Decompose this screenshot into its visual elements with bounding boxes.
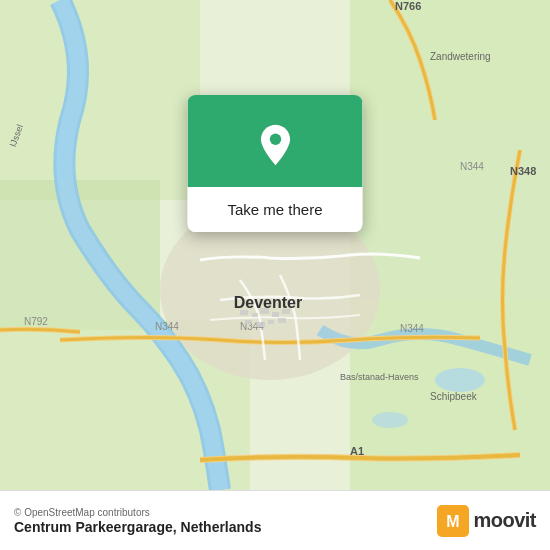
svg-rect-27 bbox=[282, 309, 290, 314]
bottom-left: © OpenStreetMap contributors Centrum Par… bbox=[14, 507, 261, 535]
svg-text:A1: A1 bbox=[350, 445, 364, 457]
svg-rect-30 bbox=[268, 320, 274, 324]
svg-rect-23 bbox=[240, 310, 248, 315]
svg-text:N344: N344 bbox=[155, 321, 179, 332]
svg-point-8 bbox=[435, 368, 485, 392]
svg-point-9 bbox=[372, 412, 408, 428]
svg-rect-25 bbox=[260, 308, 269, 314]
moovit-text: moovit bbox=[473, 509, 536, 532]
moovit-logo[interactable]: M moovit bbox=[437, 505, 536, 537]
svg-text:N344: N344 bbox=[400, 323, 424, 334]
svg-text:Schipbeek: Schipbeek bbox=[430, 391, 478, 402]
map-background: N792 N344 N344 N344 N766 N348 N344 A1 De… bbox=[0, 0, 550, 490]
svg-text:N348: N348 bbox=[510, 165, 536, 177]
svg-point-32 bbox=[269, 134, 280, 145]
popup-card: Take me there bbox=[188, 95, 363, 232]
svg-rect-29 bbox=[256, 322, 265, 327]
svg-text:N344: N344 bbox=[460, 161, 484, 172]
svg-rect-1 bbox=[0, 0, 200, 200]
copyright-text: © OpenStreetMap contributors bbox=[14, 507, 261, 518]
location-name: Centrum Parkeergarage, Netherlands bbox=[14, 519, 261, 535]
bottom-bar: © OpenStreetMap contributors Centrum Par… bbox=[0, 490, 550, 550]
svg-rect-26 bbox=[272, 312, 279, 317]
location-pin-icon bbox=[253, 123, 297, 167]
svg-text:Zandwetering: Zandwetering bbox=[430, 51, 491, 62]
svg-text:N792: N792 bbox=[24, 316, 48, 327]
map-container: N792 N344 N344 N344 N766 N348 N344 A1 De… bbox=[0, 0, 550, 490]
svg-text:Bas/stanad-Havens: Bas/stanad-Havens bbox=[340, 372, 419, 382]
popup-icon-area bbox=[188, 95, 363, 187]
svg-rect-24 bbox=[252, 313, 258, 317]
svg-rect-4 bbox=[350, 120, 550, 300]
svg-rect-31 bbox=[278, 318, 286, 323]
take-me-there-button[interactable]: Take me there bbox=[188, 187, 363, 232]
svg-text:N766: N766 bbox=[395, 0, 421, 12]
svg-text:M: M bbox=[447, 513, 460, 530]
moovit-brand-icon: M bbox=[437, 505, 469, 537]
svg-rect-28 bbox=[245, 320, 252, 324]
